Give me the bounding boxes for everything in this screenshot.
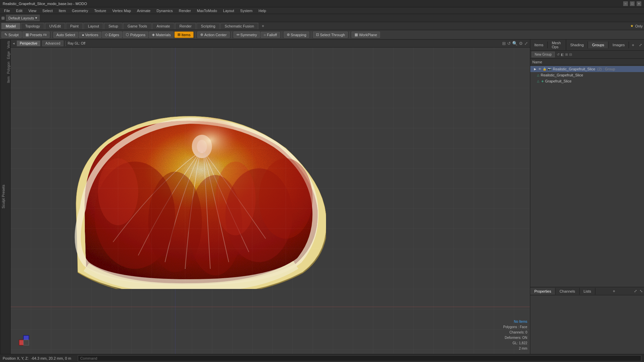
rp-expand[interactable]: ⤢	[637, 42, 644, 49]
falloff-button[interactable]: ○ Falloff	[261, 32, 280, 38]
group-item-0[interactable]: ▶ 👁 🔒 📷 Realistic_Grapefruit_Slice (2) :…	[530, 66, 644, 72]
group-item-suffix-0: (2) : Group	[597, 67, 615, 71]
tab-layout[interactable]: Layout	[84, 23, 103, 29]
menu-view[interactable]: View	[26, 8, 39, 13]
menu-file[interactable]: File	[1, 8, 13, 13]
tab-scripting[interactable]: Scripting	[197, 23, 220, 29]
channels-info: Channels: 0	[503, 330, 527, 335]
group-item-mesh-icon-1: △	[537, 73, 539, 77]
presets-button[interactable]: ▦ Presets Fit	[22, 32, 50, 38]
select-through-button[interactable]: ⊡ Select Through	[313, 32, 348, 38]
menu-system[interactable]: System	[237, 8, 255, 13]
advanced-button[interactable]: Advanced	[42, 41, 63, 46]
sculpt-button[interactable]: ✎ Sculpt	[1, 32, 22, 38]
perspective-button[interactable]: Perspective	[17, 41, 40, 46]
menu-render[interactable]: Render	[176, 8, 194, 13]
viewport-icon-5[interactable]: ⤢	[524, 41, 528, 46]
prop-tab-lists[interactable]: Lists	[580, 288, 596, 295]
menu-dynamics[interactable]: Dynamics	[154, 8, 175, 13]
group-item-1[interactable]: △ Realistic_Grapefruit_Slice	[534, 72, 644, 78]
rp-tab-shading[interactable]: Shading	[566, 42, 588, 48]
snapping-button[interactable]: ⊛ Snapping	[284, 32, 310, 38]
groups-icon-4[interactable]: ⊟	[569, 53, 572, 56]
symmetry-button[interactable]: ⇔ Symmetry	[233, 32, 260, 38]
tab-animate[interactable]: Animate	[152, 23, 174, 29]
tab-paint[interactable]: Paint	[66, 23, 83, 29]
polygons-button[interactable]: ⬡ Polygons	[123, 32, 148, 38]
menu-vertex-map[interactable]: Vertex Map	[110, 8, 134, 13]
sculpt-icon: ✎	[4, 33, 7, 37]
prop-expand-1[interactable]: ⤢	[633, 288, 638, 295]
viewport-icon-4[interactable]: ⚙	[519, 41, 523, 46]
window-controls[interactable]: – □ ×	[623, 1, 641, 6]
tab-game-tools[interactable]: Game Tools	[123, 23, 152, 29]
menu-help[interactable]: Help	[256, 8, 269, 13]
sculpt-label: Sculpt	[8, 33, 19, 37]
workplane-button[interactable]: ▦ WorkPlane	[352, 32, 380, 38]
action-center-label: Action Center	[204, 33, 227, 37]
menu-item[interactable]: Item	[56, 8, 68, 13]
viewport-icon-2[interactable]: ↺	[507, 41, 511, 46]
groups-icon-1[interactable]: ↺	[557, 53, 559, 56]
viewport-icon-1[interactable]: ⊞	[502, 41, 506, 46]
auto-select-button[interactable]: Auto Select	[53, 32, 78, 38]
tab-render[interactable]: Render	[175, 23, 196, 29]
command-area	[78, 355, 641, 361]
tab-bar: Model Topology UVEdit Paint Layout Setup…	[0, 22, 644, 30]
group-item-eye-0[interactable]: 👁	[538, 67, 541, 71]
tab-schematic-fusion[interactable]: Schematic Fusion	[220, 23, 258, 29]
edges-button[interactable]: ◇ Edges	[102, 32, 122, 38]
close-button[interactable]: ×	[637, 1, 641, 6]
materials-label: Materials	[156, 33, 171, 37]
tab-add[interactable]: +	[259, 22, 267, 29]
tab-model[interactable]: Model	[1, 23, 20, 29]
menu-animate[interactable]: Animate	[134, 8, 153, 13]
new-group-button[interactable]: New Group	[532, 52, 555, 57]
group-item-lock-0[interactable]: 🔒	[543, 67, 546, 71]
prop-tab-properties[interactable]: Properties	[530, 288, 555, 295]
groups-column-header: Name	[530, 59, 644, 65]
side-labels: Verts Edge Polygon Item	[6, 40, 11, 354]
menu-layout[interactable]: Layout	[220, 8, 237, 13]
groups-icon-2[interactable]: ◧	[561, 53, 564, 56]
rp-tab-items[interactable]: Items	[530, 42, 548, 48]
materials-button[interactable]: ◈ Materials	[149, 32, 174, 38]
side-label-polygon[interactable]: Polygon	[6, 60, 10, 75]
group-item-2[interactable]: △ ◈ Grapefruit_Slice	[534, 78, 644, 84]
rp-tab-add[interactable]: +	[629, 41, 637, 49]
action-center-button[interactable]: ⊕ Action Center	[197, 32, 230, 38]
rp-tab-groups[interactable]: Groups	[588, 42, 608, 48]
menu-maxtomodo[interactable]: MaxToModo	[194, 8, 220, 13]
prop-tab-channels[interactable]: Channels	[555, 288, 579, 295]
side-label-item[interactable]: Item	[6, 75, 10, 84]
group-item-render-0[interactable]: 📷	[548, 67, 551, 71]
rp-tab-images[interactable]: Images	[608, 42, 629, 48]
rp-tab-mesh-ops[interactable]: Mesh Ops	[548, 40, 566, 50]
tool-sep-5	[311, 32, 311, 38]
viewport-icon-3[interactable]: 🔍	[512, 41, 518, 46]
viewport-3d[interactable]: No Items Polygons : Face Channels: 0 Def…	[11, 48, 530, 354]
items-button[interactable]: ⊞ Items	[174, 32, 194, 38]
menu-select[interactable]: Select	[40, 8, 55, 13]
viewport-arrow[interactable]: ◂	[13, 41, 15, 46]
menu-edit[interactable]: Edit	[13, 8, 25, 13]
maximize-button[interactable]: □	[630, 1, 635, 6]
groups-icon-3[interactable]: ⊞	[565, 53, 568, 56]
tab-setup[interactable]: Setup	[104, 23, 122, 29]
no-items-label: No Items	[503, 319, 527, 324]
tab-uvedit[interactable]: UVEdit	[45, 23, 65, 29]
menu-texture[interactable]: Texture	[92, 8, 109, 13]
side-label-edge[interactable]: Edge	[6, 50, 10, 60]
minimize-button[interactable]: –	[623, 1, 628, 6]
items-icon: ⊞	[177, 33, 180, 37]
side-label-verts[interactable]: Verts	[6, 40, 10, 50]
layout-dropdown[interactable]: Default Layouts ▾	[6, 15, 40, 21]
prop-expand-2[interactable]: ⤡	[638, 288, 644, 295]
axis-cube	[17, 334, 31, 347]
vertices-button[interactable]: ● Vertices	[79, 32, 101, 38]
prop-tab-add[interactable]: +	[610, 287, 618, 295]
sculpt-presets-sidebar[interactable]: Sculpt Presets	[0, 40, 6, 354]
tab-topology[interactable]: Topology	[21, 23, 44, 29]
menu-geometry[interactable]: Geometry	[69, 8, 91, 13]
command-input[interactable]	[78, 355, 641, 361]
